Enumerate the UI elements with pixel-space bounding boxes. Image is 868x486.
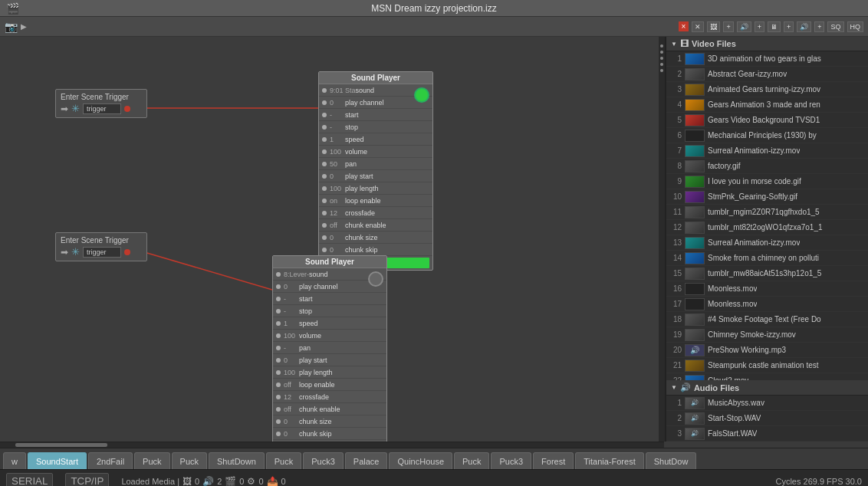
video-file-item-3[interactable]: 3 Animated Gears turning-izzy.mov — [666, 82, 868, 97]
toolbar-btn-plus3[interactable]: + — [784, 21, 794, 32]
canvas-scrollbar[interactable] — [0, 442, 664, 448]
scene-tab-5[interactable]: ShutDown — [209, 452, 265, 469]
video-file-item-5[interactable]: 5 Gears Video Background TVSD1 — [666, 113, 868, 128]
camera-icon: 📷 — [5, 21, 18, 33]
sp2-port-1 — [276, 284, 281, 289]
video-file-item-1[interactable]: 1 3D animation of two gears in glas — [666, 51, 868, 67]
audio-file-list: 1 🔊 MusicAbyss.wav 2 🔊 Start-Stop.WAV 3 … — [666, 396, 868, 442]
trigger-dot-2 — [124, 249, 130, 255]
file-thumb-22 — [685, 375, 705, 381]
scene-tab-14[interactable]: ShutDow — [646, 452, 697, 469]
toolbar-btn-sound2[interactable]: 🔊 — [797, 21, 811, 32]
hq-button[interactable]: HQ — [847, 21, 864, 32]
file-thumb-6 — [685, 130, 705, 142]
video-file-item-16[interactable]: 16 Moonless.mov — [666, 281, 868, 297]
sp1-row-13: 0 chunk skip — [319, 244, 432, 256]
toolbar-btn-plus2[interactable]: + — [755, 21, 764, 32]
toolbar: 📷 ▶ × ✕ 🖼 + 🔊 + 🖥 + 🔊 + SQ HQ — [0, 17, 868, 37]
scene-tab-11[interactable]: Puck3 — [491, 452, 531, 469]
video-file-item-8[interactable]: 8 factory.gif — [666, 159, 868, 174]
scene-tab-3[interactable]: Puck — [134, 452, 169, 469]
sp1-label-12: chunk size — [345, 234, 429, 241]
trigger-input-1[interactable] — [83, 103, 121, 114]
file-name-5: Gears Video Background TVSD1 — [708, 116, 820, 124]
sp1-label-6: pan — [345, 160, 429, 168]
canvas-area[interactable]: Enter Scene Trigger ➡ ✳ Sound Player 9:0… — [0, 37, 665, 442]
video-file-item-10[interactable]: 10 StmPnk_Gearing-Softly.gif — [666, 189, 868, 205]
video-file-item-14[interactable]: 14 Smoke from a chimney on polluti — [666, 251, 868, 266]
scene-tab-6[interactable]: Puck — [266, 452, 301, 469]
sp1-port-1 — [322, 100, 327, 105]
file-name-12: tumblr_mt82t2ogWO1qfzxa7o1_1 — [708, 223, 823, 232]
file-num-1: 1 — [669, 54, 682, 63]
video-file-item-13[interactable]: 13 Surreal Animation-izzy.mov — [666, 235, 868, 251]
video-file-item-19[interactable]: 19 Chimney Smoke-izzy.mov — [666, 327, 868, 343]
video-file-item-22[interactable]: 22 Cloud2.mov — [666, 373, 868, 380]
sp1-port-5 — [322, 149, 327, 154]
sp1-val-5: 100 — [330, 148, 345, 156]
scene-tab-4[interactable]: Puck — [172, 452, 207, 469]
sp2-val-2: - — [284, 295, 299, 303]
audio-file-item-3[interactable]: 3 🔊 FalsStart.WAV — [666, 426, 868, 442]
app-icon: 🎬 — [6, 2, 19, 15]
video-file-item-20[interactable]: 20 🔊 PreShow Working.mp3 — [666, 343, 868, 358]
sp2-port-8 — [276, 370, 281, 375]
video-file-item-2[interactable]: 2 Abstract Gear-izzy.mov — [666, 67, 868, 82]
video-file-item-9[interactable]: 9 I love you in morse code.gif — [666, 174, 868, 189]
audio-num-1: 1 — [669, 399, 682, 407]
video-file-item-15[interactable]: 15 tumblr_mw88aicAt51s3hp12o1_5 — [666, 266, 868, 281]
video-file-item-18[interactable]: 18 #4 Smoke Footage Text (Free Do — [666, 312, 868, 327]
toolbar-btn-x[interactable]: ✕ — [692, 21, 704, 32]
scene-tab-12[interactable]: Forest — [533, 452, 574, 469]
video-file-item-12[interactable]: 12 tumblr_mt82t2ogWO1qfzxa7o1_1 — [666, 220, 868, 235]
sp1-row-12: 0 chunk size — [319, 232, 432, 244]
toolbar-btn-img[interactable]: 🖼 — [707, 21, 720, 32]
trigger-input-2[interactable] — [83, 247, 121, 258]
sp2-label-5: volume — [299, 332, 383, 340]
sp1-row-5: 100 volume — [319, 146, 432, 158]
serial-button[interactable]: SERIAL — [6, 473, 53, 486]
toolbar-btn-plus4[interactable]: + — [814, 21, 824, 32]
sp2-label-13: chunk skip — [299, 430, 383, 438]
file-thumb-16 — [685, 283, 705, 295]
file-thumb-14 — [685, 252, 705, 264]
sp1-row-10: 12 crossfade — [319, 207, 432, 219]
audio-files-section[interactable]: ▼ 🔊 Audio Files 1 🔊 MusicAbyss.wav 2 🔊 S… — [666, 380, 868, 442]
toolbar-btn-sound1[interactable]: 🔊 — [737, 21, 751, 32]
audio-section-header[interactable]: ▼ 🔊 Audio Files — [666, 380, 868, 396]
close-button[interactable]: × — [679, 21, 689, 31]
scene-tab-7[interactable]: Puck3 — [303, 452, 344, 469]
sp2-val-11: off — [284, 406, 299, 413]
scene-tab-8[interactable]: Palace — [345, 452, 388, 469]
scene-tab-10[interactable]: Puck — [454, 452, 489, 469]
scene-tab-2[interactable]: 2ndFail — [88, 452, 133, 469]
video-file-item-6[interactable]: 6 Mechanical Principles (1930) by — [666, 128, 868, 143]
right-panel: ▼ 🎞 Video Files 1 3D animation of two ge… — [665, 37, 868, 442]
video-section-header[interactable]: ▼ 🎞 Video Files — [666, 37, 868, 51]
video-files-section[interactable]: ▼ 🎞 Video Files 1 3D animation of two ge… — [666, 37, 868, 380]
audio-file-item-2[interactable]: 2 🔊 Start-Stop.WAV — [666, 411, 868, 426]
sp2-row-4: 1 speed — [273, 317, 386, 330]
video-file-item-17[interactable]: 17 Moonless.mov — [666, 297, 868, 312]
file-name-4: Gears Animation 3 made and ren — [708, 100, 820, 109]
tcp-button[interactable]: TCP/IP — [65, 473, 109, 486]
scene-tab-0[interactable]: w — [3, 452, 26, 469]
sound-player-1-header: Sound Player — [319, 72, 432, 84]
scene-tab-1[interactable]: SoundStart — [28, 452, 87, 469]
video-file-item-21[interactable]: 21 Steampunk castle animation test — [666, 358, 868, 373]
file-name-19: Chimney Smoke-izzy.mov — [708, 330, 796, 339]
scene-tab-9[interactable]: QuincHouse — [389, 452, 452, 469]
audio-file-item-1[interactable]: 1 🔊 MusicAbyss.wav — [666, 396, 868, 411]
scrollbar-thumb[interactable] — [15, 443, 107, 447]
file-num-9: 9 — [669, 177, 682, 186]
video-file-item-4[interactable]: 4 Gears Animation 3 made and ren — [666, 97, 868, 113]
file-thumb-10 — [685, 191, 705, 203]
sq-button[interactable]: SQ — [827, 21, 843, 32]
video-file-item-11[interactable]: 11 tumblr_mgim2Z0R71qgfhxdo1_5 — [666, 205, 868, 220]
toolbar-btn-screen[interactable]: 🖥 — [768, 21, 781, 32]
toolbar-btn-plus1[interactable]: + — [723, 21, 733, 32]
audio-section-label: Audio Files — [694, 383, 739, 392]
sp2-row-6: - pan — [273, 342, 386, 354]
video-file-item-7[interactable]: 7 Surreal Animation-izzy.mov — [666, 143, 868, 159]
scene-tab-13[interactable]: Titania-Forest — [575, 452, 643, 469]
